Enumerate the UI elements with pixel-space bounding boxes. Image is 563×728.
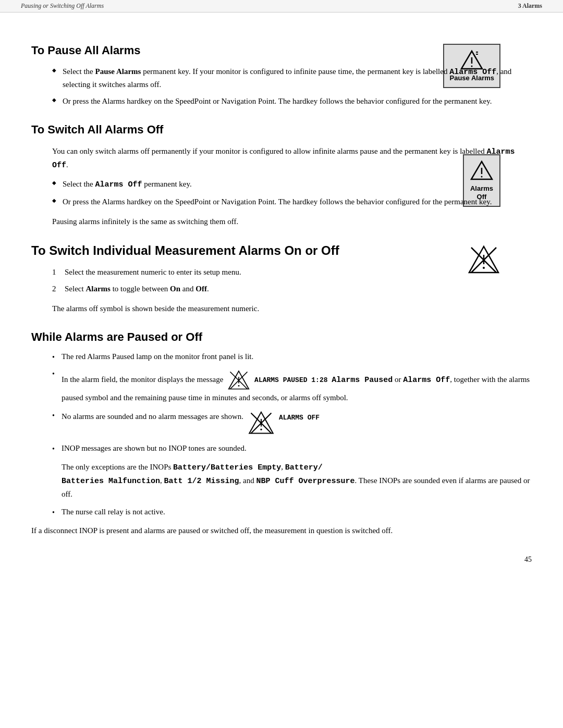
alarms-off-label: Alarms Off — [449, 68, 496, 77]
individual-steps: 1 Select the measurement numeric to ente… — [52, 266, 532, 295]
header-bar: Pausing or Switching Off Alarms 3 Alarms — [0, 0, 563, 13]
battery-empty-label: Battery/Batteries Empty — [173, 463, 281, 472]
bullet-dot-1: • — [52, 353, 62, 362]
svg-point-7 — [481, 176, 483, 177]
section-title-while-paused: While Alarms are Paused or Off — [31, 330, 532, 344]
while-bullet-1-text: The red Alarms Paused lamp on the monito… — [62, 352, 253, 361]
while-bullet-2-text-inline: In the alarm field, the monitor displays… — [62, 375, 530, 402]
svg-point-20 — [260, 429, 262, 430]
inop-exceptions-note: The only exceptions are the INOPs Batter… — [62, 461, 532, 500]
page-number: 45 — [524, 556, 532, 564]
individual-step-1: 1 Select the measurement numeric to ente… — [52, 266, 532, 278]
while-bullet-3-content: No alarms are sounded and no alarm messa… — [62, 411, 532, 437]
alarms-off-label-2: Alarms Off — [52, 147, 515, 170]
while-bullet-2: • In the alarm field, the monitor displa… — [52, 369, 532, 404]
switch-off-item-2: Or press the Alarms hardkey on the Speed… — [52, 196, 532, 208]
no-alarms-text: No alarms are sounded and no alarm messa… — [62, 411, 243, 423]
section-individual: To Switch Individual Measurement Alarms … — [31, 243, 532, 315]
while-paused-footer: If a disconnect INOP is present and alar… — [31, 524, 532, 537]
main-content: To Pause All Alarms Pause Alarms Select … — [0, 13, 563, 574]
while-bullet-3: • No alarms are sounded and no alarm mes… — [52, 411, 532, 437]
step-number-2: 2 — [52, 283, 56, 295]
nbp-label: NBP Cuff Overpressure — [256, 477, 354, 486]
bullet-dot-5: • — [52, 509, 62, 517]
alarms-toggle-label: Alarms — [85, 285, 111, 293]
switch-off-footer: Pausing alarms infinitely is the same as… — [52, 215, 532, 228]
batt-missing-label: Batt 1/2 Missing — [164, 477, 239, 486]
switch-off-intro: You can only switch alarms off permanent… — [52, 145, 532, 172]
while-bullet-2-content: In the alarm field, the monitor displays… — [62, 369, 532, 404]
while-bullet-4-text: INOP messages are shown but no INOP tone… — [62, 444, 247, 453]
alarms-off-status: ALARMS OFF — [279, 413, 320, 423]
header-right: 3 Alarms — [518, 2, 542, 10]
batteries-malfunction-label: Batteries Malfunction — [62, 477, 160, 486]
section-while-paused: While Alarms are Paused or Off • The red… — [31, 330, 532, 537]
step-number-1: 1 — [52, 266, 56, 278]
switch-off-list: Select the Alarms Off permanent key. Or … — [52, 178, 532, 208]
switch-off-item-1: Select the Alarms Off permanent key. — [52, 178, 532, 191]
pause-alarms-item-2: Or press the Alarms hardkey on the Speed… — [52, 95, 532, 107]
off-label: Off — [195, 285, 207, 293]
section-pause-alarms: To Pause All Alarms Pause Alarms Select … — [31, 44, 532, 107]
alarm-paused-inline: ALARMS PAUSED 1:28 — [227, 369, 327, 392]
individual-step-2: 2 Select Alarms to toggle between On and… — [52, 283, 532, 295]
no-alarms-inline: No alarms are sounded and no alarm messa… — [62, 411, 320, 437]
while-bullet-1: • The red Alarms Paused lamp on the moni… — [52, 352, 532, 362]
on-label: On — [170, 285, 180, 293]
alarms-off-key: Alarms Off — [95, 180, 142, 189]
alarms-paused-status: ALARMS PAUSED 1:28 — [254, 375, 327, 386]
pause-alarms-key: Pause Alarms — [95, 67, 141, 76]
svg-point-15 — [238, 385, 240, 386]
section-title-switch-off: To Switch All Alarms Off — [31, 123, 532, 137]
nurse-call-text: The nurse call relay is not active. — [62, 508, 165, 516]
pause-alarms-list: Select the Pause Alarms permanent key. I… — [52, 66, 532, 107]
pause-alarms-item-1: Select the Pause Alarms permanent key. I… — [52, 66, 532, 90]
battery-label: Battery/ — [285, 463, 323, 472]
section-title-individual: To Switch Individual Measurement Alarms … — [31, 243, 532, 258]
section-switch-off: To Switch All Alarms Off You can only sw… — [31, 123, 532, 228]
alarms-paused-label: Alarms Paused — [332, 376, 393, 385]
bullet-dot-3: • — [52, 412, 62, 420]
alarms-off-crossed-icon — [248, 410, 275, 437]
while-bullet-4: • INOP messages are shown but no INOP to… — [52, 444, 532, 453]
bullet-dot-4: • — [52, 445, 62, 453]
header-left: Pausing or Switching Off Alarms — [21, 2, 104, 10]
alarm-paused-icon — [227, 369, 250, 392]
bullet-dot-2: • — [52, 370, 62, 378]
individual-footer: The alarms off symbol is shown beside th… — [52, 302, 532, 315]
while-bullet-5: • The nurse call relay is not active. — [52, 508, 532, 517]
alarms-off-label-3: Alarms Off — [403, 376, 450, 385]
